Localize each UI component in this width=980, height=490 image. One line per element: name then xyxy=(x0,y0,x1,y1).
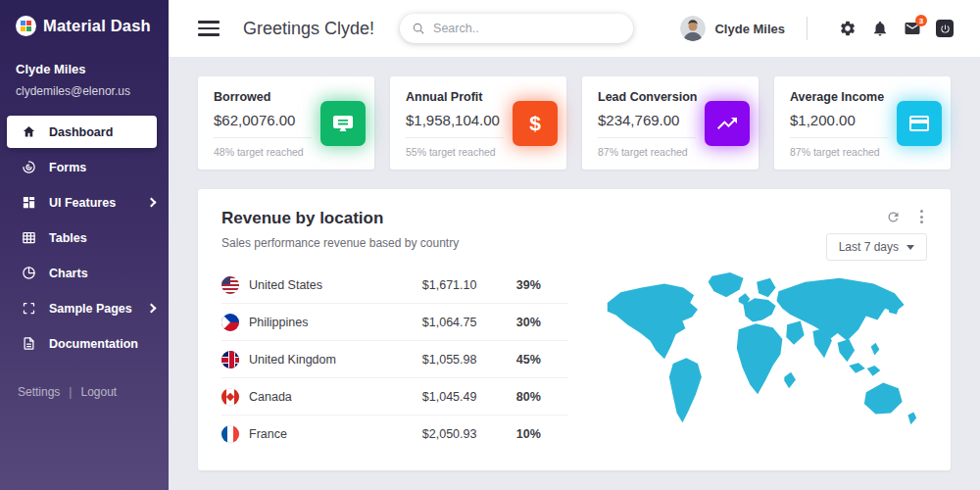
notifications-bell-icon[interactable] xyxy=(870,19,890,38)
country-name: United States xyxy=(249,278,322,292)
revenue-percent: 45% xyxy=(516,353,567,367)
sidebar-user-name: Clyde Miles xyxy=(16,62,153,76)
panel-title: Revenue by location xyxy=(221,209,459,228)
menu-icon[interactable] xyxy=(198,21,220,36)
sidebar-item-tables[interactable]: Tables xyxy=(0,221,169,254)
search-box[interactable] xyxy=(400,14,633,43)
sidebar-item-label: Sample Pages xyxy=(49,302,132,316)
stat-card-annual-profit: Annual Profit $1,958,104.00 55% target r… xyxy=(390,76,566,170)
sidebar: Material Dash Clyde Miles clydemiles@ele… xyxy=(0,0,169,490)
pie-chart-icon xyxy=(21,266,36,281)
sidebar-nav: Dashboard Forms UI Features Tables xyxy=(0,116,169,360)
sidebar-user-info: Clyde Miles clydemiles@elenor.us xyxy=(0,62,169,98)
france-flag-icon xyxy=(221,425,239,443)
sidebar-item-label: Documentation xyxy=(49,337,138,351)
search-input[interactable] xyxy=(433,22,621,35)
world-map xyxy=(567,267,927,453)
settings-link[interactable]: Settings xyxy=(18,385,60,399)
sidebar-item-label: Forms xyxy=(49,161,86,174)
country-name: United Kingdom xyxy=(249,353,336,367)
table-row: Canada $1,045.49 80% xyxy=(221,378,567,416)
stats-row: Borrowed $62,0076.00 48% target reached … xyxy=(198,76,951,170)
revenue-value: $2,050.93 xyxy=(422,427,516,441)
sidebar-item-label: UI Features xyxy=(49,196,116,210)
chevron-right-icon xyxy=(147,304,157,314)
us-flag-icon xyxy=(221,276,239,294)
sidebar-user-email: clydemiles@elenor.us xyxy=(16,84,153,98)
table-row: United States $1,671.10 39% xyxy=(221,267,567,304)
logout-link[interactable]: Logout xyxy=(80,385,117,399)
loader-icon xyxy=(21,160,36,175)
chevron-right-icon xyxy=(147,198,157,208)
sidebar-item-charts[interactable]: Charts xyxy=(0,257,169,289)
revenue-value: $1,055.98 xyxy=(422,353,516,367)
app-window: Material Dash Clyde Miles clydemiles@ele… xyxy=(0,0,980,490)
stat-target: 55% target reached xyxy=(406,146,551,158)
stat-target: 87% target reached xyxy=(790,146,935,158)
settings-gear-icon[interactable] xyxy=(838,19,858,38)
revenue-percent: 39% xyxy=(516,278,567,292)
stat-card-lead-conversion: Lead Conversion $234,769.00 87% target r… xyxy=(582,76,759,170)
page-title: Greetings Clyde! xyxy=(243,19,374,39)
dollar-glyph: $ xyxy=(529,113,541,133)
revenue-percent: 30% xyxy=(516,316,567,329)
sidebar-item-label: Tables xyxy=(49,231,87,245)
sidebar-item-label: Dashboard xyxy=(49,125,113,139)
divider xyxy=(406,137,504,138)
sidebar-item-ui-features[interactable]: UI Features xyxy=(0,186,169,219)
country-name: Philippines xyxy=(249,316,308,329)
app-logo[interactable]: Material Dash xyxy=(0,16,169,36)
period-label: Last 7 days xyxy=(839,240,899,254)
philippines-flag-icon xyxy=(221,314,239,331)
stat-card-average-income: Average Income $1,200.00 87% target reac… xyxy=(774,76,951,170)
topbar-right: Clyde Miles 3 xyxy=(680,16,955,41)
dashboard-grid-icon xyxy=(21,195,36,211)
trending-up-icon xyxy=(705,101,750,146)
logo-icon xyxy=(16,16,36,36)
divider xyxy=(214,137,312,138)
dollar-icon: $ xyxy=(513,101,558,146)
divider xyxy=(598,137,696,138)
table-row: France $2,050.93 10% xyxy=(221,416,567,453)
table-row: United Kingdom $1,055.98 45% xyxy=(221,341,567,378)
stat-card-borrowed: Borrowed $62,0076.00 48% target reached xyxy=(198,76,374,170)
mail-badge: 3 xyxy=(915,15,927,26)
period-dropdown[interactable]: Last 7 days xyxy=(826,233,927,261)
topbar: Greetings Clyde! Clyde Miles xyxy=(169,0,980,57)
kebab-menu-icon[interactable] xyxy=(916,209,927,224)
revenue-panel: Revenue by location Sales performance re… xyxy=(198,189,951,470)
stat-target: 48% target reached xyxy=(214,146,359,158)
document-icon xyxy=(21,336,36,352)
divider xyxy=(790,137,888,138)
footer-divider: | xyxy=(69,385,72,399)
panel-actions: Last 7 days xyxy=(826,209,927,261)
power-icon[interactable] xyxy=(935,19,955,38)
revenue-value: $1,671.10 xyxy=(422,278,516,292)
pages-icon xyxy=(21,301,36,317)
home-icon xyxy=(21,124,36,140)
panel-subtitle: Sales performance revenue based by count… xyxy=(221,236,459,250)
country-name: France xyxy=(249,427,287,441)
caret-down-icon xyxy=(906,245,914,250)
avatar[interactable] xyxy=(680,16,706,41)
search-icon xyxy=(412,22,425,35)
uk-flag-icon xyxy=(221,351,239,368)
sidebar-item-label: Charts xyxy=(49,267,88,280)
revenue-percent: 80% xyxy=(516,390,567,404)
revenue-panel-body: United States $1,671.10 39% Philippines … xyxy=(221,267,927,453)
message-display-icon xyxy=(320,101,366,146)
sidebar-item-documentation[interactable]: Documentation xyxy=(0,327,169,360)
sidebar-item-sample-pages[interactable]: Sample Pages xyxy=(0,292,169,324)
credit-card-icon xyxy=(897,101,942,146)
table-grid-icon xyxy=(21,230,36,246)
sidebar-footer: Settings | Logout xyxy=(0,385,169,399)
country-name: Canada xyxy=(249,390,292,404)
canada-flag-icon xyxy=(221,388,239,406)
sidebar-item-forms[interactable]: Forms xyxy=(0,151,169,183)
refresh-icon[interactable] xyxy=(886,210,901,224)
stat-target: 87% target reached xyxy=(598,146,743,158)
topbar-user-name[interactable]: Clyde Miles xyxy=(714,22,785,36)
topbar-divider xyxy=(807,17,808,40)
sidebar-item-dashboard[interactable]: Dashboard xyxy=(7,116,157,148)
mail-icon[interactable]: 3 xyxy=(903,19,922,38)
